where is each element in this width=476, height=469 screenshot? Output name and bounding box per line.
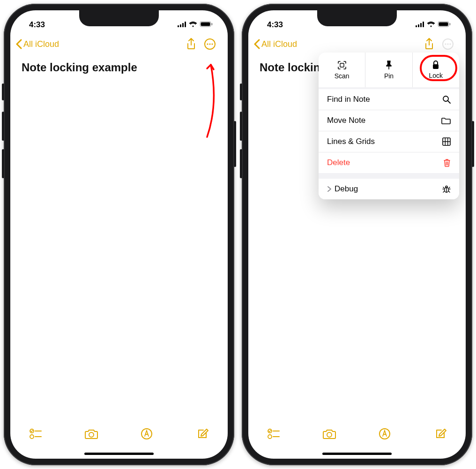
camera-icon bbox=[322, 428, 336, 439]
battery-icon bbox=[200, 20, 213, 30]
back-label: All iCloud bbox=[23, 39, 59, 49]
svg-point-8 bbox=[207, 43, 208, 45]
scan-label: Scan bbox=[335, 72, 350, 80]
search-icon bbox=[442, 95, 451, 104]
svg-point-25 bbox=[445, 43, 446, 45]
compose-button[interactable] bbox=[191, 428, 214, 440]
folder-icon bbox=[441, 117, 451, 124]
find-in-note-row[interactable]: Find in Note bbox=[319, 89, 459, 110]
lock-label: Lock bbox=[429, 72, 443, 79]
checklist-icon bbox=[268, 429, 280, 439]
delete-row[interactable]: Delete bbox=[319, 152, 459, 173]
svg-rect-20 bbox=[423, 22, 424, 27]
cellular-icon bbox=[416, 20, 424, 30]
lock-action[interactable]: Lock bbox=[413, 53, 459, 87]
trash-icon bbox=[443, 159, 451, 167]
battery-icon bbox=[438, 20, 451, 30]
markup-icon bbox=[379, 428, 391, 440]
cellular-icon bbox=[178, 20, 186, 30]
svg-rect-28 bbox=[340, 63, 344, 67]
pin-action[interactable]: Pin bbox=[365, 53, 412, 87]
svg-rect-19 bbox=[420, 23, 422, 27]
ellipsis-circle-icon bbox=[204, 38, 216, 50]
svg-point-10 bbox=[211, 43, 213, 45]
markup-button[interactable] bbox=[135, 428, 158, 440]
markup-button[interactable] bbox=[373, 428, 396, 440]
svg-point-42 bbox=[327, 432, 332, 437]
svg-rect-18 bbox=[418, 24, 419, 27]
find-label: Find in Note bbox=[327, 95, 370, 104]
share-icon bbox=[186, 38, 196, 50]
scan-icon bbox=[337, 60, 347, 70]
svg-point-39 bbox=[268, 435, 272, 439]
checklist-icon bbox=[30, 429, 42, 439]
chevron-right-icon bbox=[327, 186, 332, 192]
checklist-button[interactable] bbox=[24, 429, 47, 439]
lines-label: Lines & Grids bbox=[327, 137, 375, 146]
back-button[interactable]: All iCloud bbox=[15, 39, 59, 49]
svg-rect-23 bbox=[450, 23, 451, 25]
chevron-left-icon bbox=[15, 39, 22, 49]
share-button[interactable] bbox=[182, 38, 201, 50]
move-note-row[interactable]: Move Note bbox=[319, 110, 459, 131]
wifi-icon bbox=[189, 20, 197, 30]
screen: 4:33 All iCloud bbox=[10, 10, 228, 459]
svg-point-27 bbox=[449, 43, 451, 45]
camera-icon bbox=[84, 428, 98, 439]
nav-bar: All iCloud bbox=[10, 33, 228, 55]
markup-icon bbox=[141, 428, 153, 440]
compose-icon bbox=[434, 428, 446, 440]
actions-popover: Scan Pin Lock Find in Note Move Note bbox=[319, 53, 459, 199]
lines-grids-row[interactable]: Lines & Grids bbox=[319, 131, 459, 152]
svg-point-9 bbox=[209, 43, 210, 45]
delete-label: Delete bbox=[327, 158, 350, 167]
svg-rect-29 bbox=[433, 64, 439, 69]
bug-icon bbox=[442, 185, 451, 193]
svg-rect-5 bbox=[201, 23, 210, 26]
grid-icon bbox=[442, 137, 451, 146]
debug-row[interactable]: Debug bbox=[319, 179, 459, 199]
more-button[interactable] bbox=[201, 38, 219, 50]
svg-point-12 bbox=[30, 435, 34, 439]
share-button[interactable] bbox=[420, 38, 439, 50]
back-button[interactable]: All iCloud bbox=[253, 39, 297, 49]
checklist-button[interactable] bbox=[262, 429, 285, 439]
pin-label: Pin bbox=[384, 72, 394, 80]
status-time: 4:33 bbox=[29, 20, 45, 30]
svg-rect-3 bbox=[185, 22, 186, 27]
notch bbox=[79, 10, 159, 26]
phone-mockup-right: 4:33 All iCloud bbox=[242, 4, 472, 465]
screen: 4:33 All iCloud bbox=[248, 10, 466, 459]
home-indicator[interactable] bbox=[84, 453, 154, 455]
more-button[interactable] bbox=[439, 38, 457, 50]
compose-icon bbox=[196, 428, 208, 440]
back-label: All iCloud bbox=[261, 39, 297, 49]
home-indicator[interactable] bbox=[322, 453, 392, 455]
phone-mockup-left: 4:33 All iCloud bbox=[4, 4, 234, 465]
svg-rect-2 bbox=[182, 23, 184, 27]
move-label: Move Note bbox=[327, 116, 365, 125]
chevron-left-icon bbox=[253, 39, 260, 49]
svg-rect-6 bbox=[212, 23, 213, 25]
svg-point-15 bbox=[89, 432, 94, 437]
nav-bar: All iCloud bbox=[248, 33, 466, 55]
camera-button[interactable] bbox=[80, 428, 103, 439]
status-time: 4:33 bbox=[267, 20, 283, 30]
svg-rect-0 bbox=[178, 25, 179, 27]
svg-point-30 bbox=[443, 96, 448, 101]
camera-button[interactable] bbox=[318, 428, 341, 439]
scan-action[interactable]: Scan bbox=[319, 53, 365, 87]
svg-point-26 bbox=[447, 43, 448, 45]
svg-rect-17 bbox=[416, 25, 417, 27]
notch bbox=[317, 10, 397, 26]
note-content[interactable]: Note locking example bbox=[10, 55, 228, 421]
svg-line-31 bbox=[448, 101, 450, 103]
share-icon bbox=[424, 38, 434, 50]
lock-icon bbox=[431, 61, 440, 70]
svg-rect-22 bbox=[439, 23, 448, 26]
wifi-icon bbox=[427, 20, 435, 30]
ellipsis-circle-icon bbox=[442, 38, 454, 50]
pin-icon bbox=[385, 60, 393, 70]
compose-button[interactable] bbox=[429, 428, 452, 440]
debug-label: Debug bbox=[335, 184, 358, 194]
